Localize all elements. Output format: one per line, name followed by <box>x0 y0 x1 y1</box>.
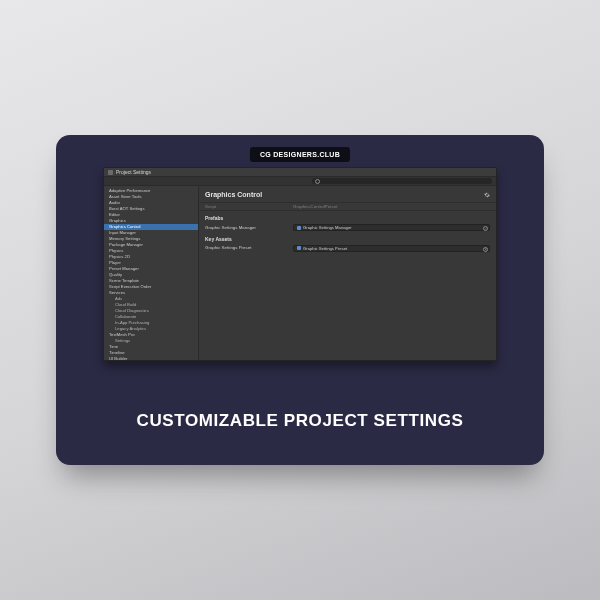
window-toolbar <box>104 177 496 186</box>
script-value: GraphicsControlPreset <box>293 204 490 210</box>
object-field[interactable]: Graphic Settings Preset <box>293 245 490 252</box>
window-title: Project Settings <box>116 169 151 176</box>
script-label: Script <box>205 204 293 210</box>
promo-card: CG DESIGNERS.CLUB Project Settings Adapt… <box>56 135 544 465</box>
section-header: Key Assets <box>199 232 496 244</box>
script-row: Script GraphicsControlPreset <box>199 203 496 211</box>
settings-main-panel: Graphics Control Script GraphicsControlP… <box>199 186 496 360</box>
promo-caption: CUSTOMIZABLE PROJECT SETTINGS <box>56 411 544 431</box>
window-titlebar: Project Settings <box>104 168 496 177</box>
project-settings-window: Project Settings Adaptive PerformanceAss… <box>103 167 497 361</box>
prefab-icon <box>297 226 301 230</box>
object-field-value: Graphic Settings Manager <box>303 225 352 231</box>
object-picker-icon[interactable] <box>483 226 488 231</box>
main-header: Graphics Control <box>199 186 496 203</box>
search-input[interactable] <box>312 178 492 184</box>
section-header: Prefabs <box>199 211 496 223</box>
property-label: Graphic Settings Preset <box>205 245 293 251</box>
brand-pill: CG DESIGNERS.CLUB <box>250 147 350 162</box>
main-title: Graphics Control <box>205 190 262 199</box>
property-row: Graphic Settings PresetGraphic Settings … <box>199 244 496 253</box>
sidebar-item[interactable]: UI Builder <box>104 356 198 360</box>
object-field-value: Graphic Settings Preset <box>303 246 347 252</box>
settings-sidebar: Adaptive PerformanceAsset Store ToolsAud… <box>104 186 199 360</box>
property-row: Graphic Settings ManagerGraphic Settings… <box>199 223 496 232</box>
property-label: Graphic Settings Manager <box>205 225 293 231</box>
prefab-icon <box>297 246 301 250</box>
object-picker-icon[interactable] <box>483 247 488 252</box>
settings-tab-icon <box>108 170 113 175</box>
gear-icon[interactable] <box>484 192 490 198</box>
object-field[interactable]: Graphic Settings Manager <box>293 224 490 231</box>
